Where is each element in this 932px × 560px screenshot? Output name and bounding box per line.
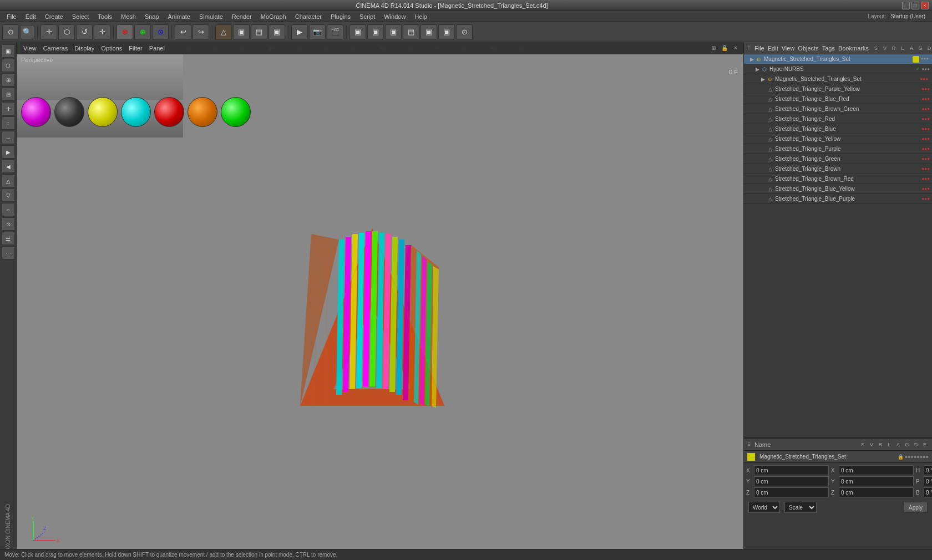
prop-name-tab[interactable]: Name <box>754 441 771 448</box>
obj-row-hypernurbs[interactable]: ▶ ⬡ HyperNURBS ✓ ●●● <box>744 64 932 74</box>
vp-display[interactable]: Display <box>71 44 98 53</box>
vp-expand-btn[interactable]: ⊞ <box>709 44 718 53</box>
tb-edge-btn[interactable]: ▤ <box>251 24 267 40</box>
menu-mesh[interactable]: Mesh <box>116 12 140 21</box>
sb-btn-5[interactable]: ✛ <box>2 102 15 115</box>
sb-btn-6[interactable]: ↕ <box>2 116 15 130</box>
obj-arrow-root[interactable]: ▶ <box>748 56 755 63</box>
vp-close-btn[interactable]: × <box>731 44 740 53</box>
sb-btn-7[interactable]: ↔ <box>2 131 15 144</box>
coord-p-input[interactable] <box>924 476 932 486</box>
coord-y-input[interactable] <box>754 476 829 486</box>
menu-plugins[interactable]: Plugins <box>326 12 355 21</box>
obj-row-tri4[interactable]: △ Stretched_Triangle_Red ●●● <box>744 114 932 124</box>
tb-x-btn[interactable]: ⊗ <box>116 24 133 40</box>
menu-select[interactable]: Select <box>68 12 94 21</box>
tb-s5-btn[interactable]: ▣ <box>421 24 437 40</box>
tb-render-btn[interactable]: ⊙ <box>2 24 19 40</box>
tb-s7-btn[interactable]: ⊙ <box>456 24 473 40</box>
menu-help[interactable]: Help <box>410 12 432 21</box>
tb-move-btn[interactable]: ✛ <box>40 24 57 40</box>
obj-row-tri8[interactable]: △ Stretched_Triangle_Green ●●● <box>744 154 932 164</box>
tb-search-btn[interactable]: 🔍 <box>20 25 34 39</box>
viewport-bg[interactable]: X Y Z 0 F <box>17 54 743 560</box>
menu-tools[interactable]: Tools <box>93 12 116 21</box>
tb-s2-btn[interactable]: ▣ <box>367 24 384 40</box>
obj-tags[interactable]: Tags <box>822 45 835 52</box>
sb-btn-2[interactable]: ⬡ <box>2 59 15 72</box>
tb-s4-btn[interactable]: ▤ <box>403 24 419 40</box>
coord-x-input[interactable] <box>754 465 829 475</box>
coord-z-input[interactable] <box>754 487 829 497</box>
tb-z-btn[interactable]: ⊙ <box>152 24 169 40</box>
menu-render[interactable]: Render <box>227 12 256 21</box>
menu-mograph[interactable]: MoGraph <box>256 12 291 21</box>
vp-view[interactable]: View <box>20 44 40 53</box>
obj-row-tri11[interactable]: △ Stretched_Triangle_Blue_Yellow ●●● <box>744 184 932 194</box>
tb-s3-btn[interactable]: ▣ <box>385 24 402 40</box>
obj-row-root[interactable]: ▶ ⊙ Magnetic_Stretched_Triangles_Set ●●● <box>744 54 932 64</box>
menu-simulate[interactable]: Simulate <box>195 12 227 21</box>
sb-btn-9[interactable]: ◀ <box>2 160 15 173</box>
sb-btn-12[interactable]: ○ <box>2 203 15 216</box>
sb-btn-3[interactable]: ⊞ <box>2 73 15 86</box>
obj-objects[interactable]: Objects <box>798 45 818 52</box>
tb-rotate-btn[interactable]: ↺ <box>76 24 93 40</box>
obj-color-root[interactable] <box>913 56 919 63</box>
obj-row-tri2[interactable]: △ Stretched_Triangle_Blue_Red ●●● <box>744 94 932 104</box>
menu-animate[interactable]: Animate <box>164 12 195 21</box>
transform-mode-select[interactable]: Scale Move Rotate <box>784 502 817 513</box>
obj-row-tri6[interactable]: △ Stretched_Triangle_Yellow ●●● <box>744 134 932 144</box>
coord-h-input[interactable] <box>924 465 932 475</box>
apply-button[interactable]: Apply <box>904 502 928 513</box>
vp-options[interactable]: Options <box>98 44 125 53</box>
coord-b-input[interactable] <box>924 487 932 497</box>
menu-window[interactable]: Window <box>379 12 410 21</box>
coord-system-select[interactable]: World Local Object <box>748 502 780 513</box>
sb-btn-1[interactable]: ▣ <box>2 44 15 58</box>
vp-cameras[interactable]: Cameras <box>40 44 72 53</box>
vp-lock-btn[interactable]: 🔒 <box>720 44 729 53</box>
obj-row-tri1[interactable]: △ Stretched_Triangle_Purple_Yellow ●●● <box>744 84 932 94</box>
tb-render2-btn[interactable]: ▶ <box>291 24 308 40</box>
coord-x2-input[interactable] <box>839 465 914 475</box>
tb-obj-btn[interactable]: △ <box>215 24 232 40</box>
obj-edit[interactable]: Edit <box>768 45 778 52</box>
coord-z2-input[interactable] <box>839 487 914 497</box>
tb-ipr-btn[interactable]: 🎬 <box>327 24 343 40</box>
sb-btn-11[interactable]: ▽ <box>2 189 15 202</box>
sb-btn-15[interactable]: ⋯ <box>2 246 15 259</box>
viewport-area[interactable]: View Cameras Display Options Filter Pane… <box>17 42 743 560</box>
menu-create[interactable]: Create <box>40 12 68 21</box>
close-button[interactable]: × <box>921 2 929 9</box>
tb-scale-btn[interactable]: ⬡ <box>58 24 75 40</box>
obj-row-tri3[interactable]: △ Stretched_Triangle_Brown_Green ●●● <box>744 104 932 114</box>
obj-arrow-set2[interactable]: ▶ <box>759 76 766 83</box>
obj-view[interactable]: View <box>782 45 795 52</box>
obj-row-tri12[interactable]: △ Stretched_Triangle_Blue_Purple ●●● <box>744 194 932 204</box>
sb-btn-14[interactable]: ☰ <box>2 232 15 245</box>
obj-bookmarks[interactable]: Bookmarks <box>838 45 869 52</box>
tb-y-btn[interactable]: ⊕ <box>134 24 151 40</box>
obj-row-set2[interactable]: ▶ ⊙ Magnetic_Stretched_Triangles_Set ●●● <box>744 74 932 84</box>
obj-row-tri9[interactable]: △ Stretched_Triangle_Brown ●●● <box>744 164 932 174</box>
sb-btn-10[interactable]: △ <box>2 174 15 187</box>
tb-s1-btn[interactable]: ▣ <box>350 24 366 40</box>
tb-point-btn[interactable]: ▣ <box>269 24 285 40</box>
vp-filter[interactable]: Filter <box>125 44 145 53</box>
prop-color-swatch[interactable] <box>747 453 755 461</box>
menu-character[interactable]: Character <box>291 12 326 21</box>
menu-script[interactable]: Script <box>355 12 379 21</box>
tb-redo-btn[interactable]: ↪ <box>193 24 209 40</box>
tb-add-btn[interactable]: ✛ <box>94 24 110 40</box>
obj-row-tri7[interactable]: △ Stretched_Triangle_Purple ●●● <box>744 144 932 154</box>
coord-y2-input[interactable] <box>839 476 914 486</box>
obj-file[interactable]: File <box>754 45 764 52</box>
vp-panel[interactable]: Panel <box>146 44 168 53</box>
menu-edit[interactable]: Edit <box>21 12 40 21</box>
tb-poly-btn[interactable]: ▣ <box>233 24 250 40</box>
sb-btn-4[interactable]: ⊟ <box>2 88 15 101</box>
obj-row-tri10[interactable]: △ Stretched_Triangle_Brown_Red ●●● <box>744 174 932 184</box>
menu-file[interactable]: File <box>2 12 21 21</box>
minimize-button[interactable]: _ <box>902 2 910 9</box>
